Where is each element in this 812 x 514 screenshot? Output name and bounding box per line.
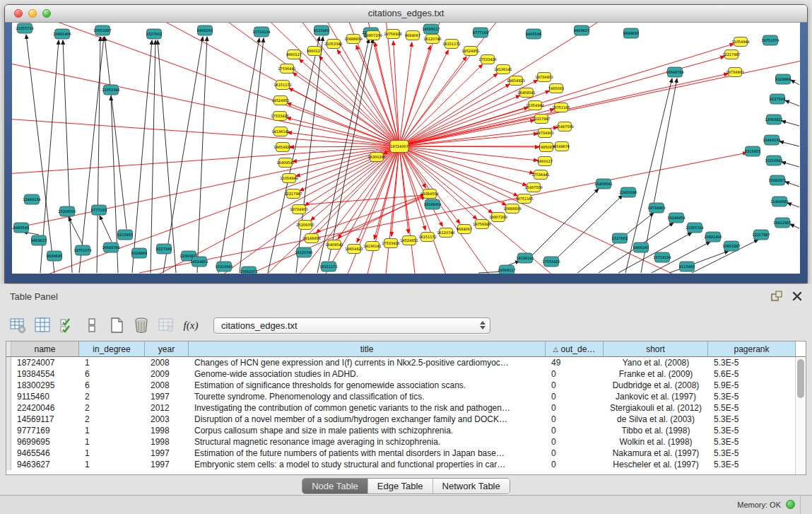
network-node[interactable]: 11054944 [280, 174, 298, 183]
network-node[interactable]: 19148454 [667, 213, 685, 223]
cell-out_de[interactable]: 0 [546, 391, 604, 402]
cell-year[interactable]: 2009 [145, 368, 189, 380]
delete-table-icon[interactable] [132, 316, 151, 334]
network-node[interactable]: 9115460 [679, 262, 695, 271]
network-node[interactable]: 18751165 [552, 103, 570, 112]
cell-title[interactable]: Changes of HCN gene expression and I(f) … [189, 357, 546, 368]
column-header-out_de[interactable]: △out_de… [546, 341, 604, 356]
network-node[interactable]: 16648784 [102, 243, 119, 252]
network-node[interactable]: 16151172 [442, 40, 460, 49]
network-node[interactable]: 20891406 [704, 232, 722, 242]
network-node[interactable]: 9329966 [775, 74, 791, 84]
network-node[interactable]: 15692971 [768, 175, 786, 185]
network-node[interactable]: 8215955 [117, 230, 133, 240]
network-node[interactable]: 9777169 [91, 205, 107, 215]
cell-pagerank[interactable]: 5.6E-5 [708, 368, 796, 380]
table-row[interactable]: 1872400712008Changes of HCN gene express… [6, 357, 806, 368]
network-node[interactable]: 10210643 [765, 156, 782, 165]
cell-name[interactable]: 9699695 [11, 436, 79, 448]
network-node[interactable]: 19734903 [536, 129, 553, 138]
network-node[interactable]: 14524851 [461, 47, 479, 56]
network-node[interactable]: 9465546 [526, 29, 541, 39]
show-rows-icon[interactable] [83, 316, 101, 334]
table-row[interactable]: 1456911722003Disruption of a novel membe… [6, 414, 806, 425]
network-node[interactable]: 14524851 [400, 236, 418, 245]
cell-out_de[interactable]: 0 [546, 380, 604, 391]
network-node[interactable]: 16151172 [418, 233, 436, 242]
cell-short[interactable]: Hescheler et al. (1997) [604, 459, 708, 470]
table-row[interactable]: 1830029562008Estimation of significance … [6, 380, 806, 391]
cell-short[interactable]: Jankovic et al. (1997) [604, 391, 708, 402]
cell-in_degree[interactable]: 2 [79, 391, 145, 402]
cell-title[interactable]: Disruption of a novel member of a sodium… [189, 414, 546, 425]
network-node[interactable]: 21053346 [102, 85, 119, 95]
network-node[interactable]: 22420046 [619, 187, 637, 197]
network-node[interactable]: 18807209 [489, 213, 507, 222]
cell-year[interactable]: 1998 [145, 436, 189, 448]
network-node[interactable]: 14524851 [190, 257, 208, 267]
network-node[interactable]: 14136141 [516, 253, 534, 263]
cell-out_de[interactable]: 49 [546, 357, 604, 368]
table-row[interactable]: 2242004622012Investigating the contribut… [6, 402, 806, 414]
cell-title[interactable]: Genome-wide association studies in ADHD. [189, 368, 546, 380]
network-node[interactable]: 16120746 [295, 247, 312, 257]
cell-out_de[interactable]: 0 [546, 368, 604, 380]
network-node[interactable]: 7485083 [539, 143, 554, 152]
network-node[interactable]: 12444134 [763, 135, 780, 145]
cell-out_de[interactable]: 0 [546, 425, 604, 436]
network-node[interactable]: 12093822 [765, 115, 782, 124]
cell-out_de[interactable]: 0 [546, 459, 604, 470]
network-node[interactable]: 11054944 [526, 101, 543, 110]
network-node[interactable]: 21053346 [324, 40, 342, 49]
network-node[interactable]: 9777169 [473, 28, 488, 37]
network-node[interactable]: 16612907 [773, 218, 791, 228]
table-row[interactable]: 946362711997Embryonic stem cells: a mode… [6, 459, 806, 470]
network-node[interactable]: 9115460 [314, 25, 329, 35]
cell-pagerank[interactable]: 5.3E-5 [708, 357, 796, 368]
network-node[interactable]: 21055724 [16, 23, 33, 33]
cell-name[interactable]: 14569117 [11, 414, 79, 425]
tab-network-table[interactable]: Network Table [433, 479, 510, 493]
cell-pagerank[interactable]: 5.3E-5 [708, 414, 796, 425]
network-node[interactable]: 8466160 [197, 25, 213, 35]
network-node[interactable]: 9227349 [770, 94, 785, 104]
network-node[interactable]: 19734903 [290, 205, 307, 214]
cell-year[interactable]: 2012 [145, 402, 189, 414]
cell-year[interactable]: 1998 [145, 425, 189, 436]
network-node[interactable]: 15497509 [555, 122, 573, 132]
cell-title[interactable]: Estimation of significance thresholds fo… [189, 380, 546, 391]
cell-name[interactable]: 9115460 [11, 391, 79, 402]
cell-title[interactable]: Corpus callosum shape and size in male p… [189, 425, 546, 436]
cell-out_de[interactable]: 0 [546, 402, 604, 414]
cell-short[interactable]: Yano et al. (2008) [604, 357, 708, 368]
cell-year[interactable]: 2008 [145, 357, 189, 368]
cell-out_de[interactable]: 0 [546, 448, 604, 459]
select-all-icon[interactable] [58, 316, 76, 334]
network-node[interactable]: 19756928 [384, 30, 401, 39]
network-node[interactable]: 14136141 [363, 242, 381, 251]
network-node[interactable]: 9465546 [13, 223, 29, 233]
table-row[interactable]: 977716911998Corpus callosum shape and si… [6, 425, 806, 436]
float-panel-icon[interactable] [771, 291, 782, 305]
network-node[interactable]: 9463627 [31, 235, 47, 245]
network-node[interactable]: 17533426 [478, 55, 496, 64]
table-selector-dropdown[interactable]: citations_edges.txt [213, 317, 490, 334]
network-node[interactable]: 17533426 [382, 239, 399, 248]
network-node[interactable]: 16409541 [276, 158, 294, 168]
cell-pagerank[interactable]: 5.9E-5 [708, 380, 796, 391]
network-node[interactable]: 14569117 [422, 24, 440, 34]
cell-pagerank[interactable]: 5.3E-5 [708, 448, 796, 459]
cell-title[interactable]: Embryonic stem cells: a model to study s… [189, 459, 546, 470]
cell-year[interactable]: 1997 [145, 459, 189, 470]
network-node[interactable]: 12217987 [532, 115, 550, 124]
cell-short[interactable]: Franke et al. (2009) [604, 368, 708, 380]
network-node[interactable]: 11054944 [731, 37, 749, 47]
network-node[interactable]: 9684067 [457, 225, 472, 234]
cell-in_degree[interactable]: 2 [79, 402, 145, 414]
cell-name[interactable]: 9463627 [11, 459, 79, 470]
cell-in_degree[interactable]: 1 [79, 425, 145, 436]
network-node[interactable]: 9699695 [47, 251, 62, 261]
network-node[interactable]: 19751074 [761, 35, 779, 45]
tab-edge-table[interactable]: Edge Table [368, 479, 433, 493]
network-node[interactable]: 19756928 [473, 220, 490, 229]
